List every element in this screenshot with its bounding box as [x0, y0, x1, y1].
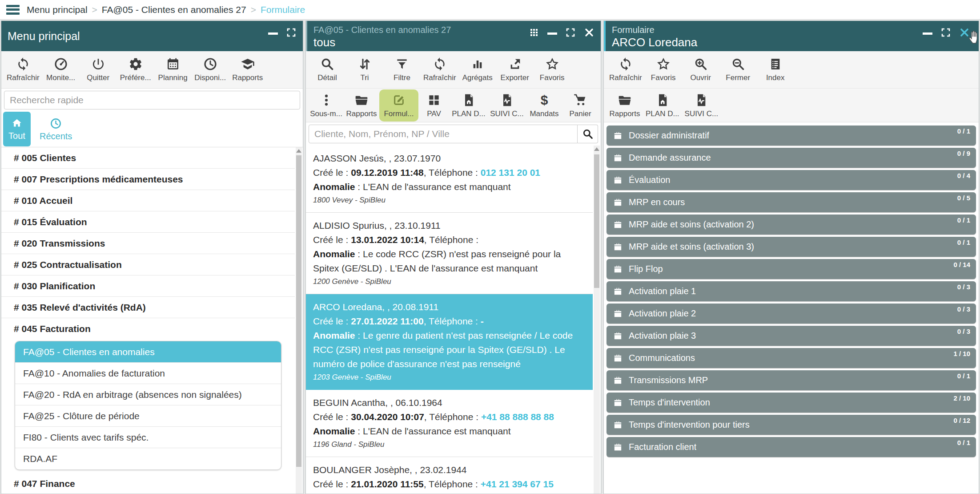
menu-icon[interactable] [6, 5, 20, 15]
scrollbar-thumb[interactable] [594, 154, 599, 288]
section-row[interactable]: Communications 1 / 10 [606, 348, 976, 368]
close-icon[interactable] [584, 27, 594, 38]
menu-item[interactable]: # 007 Prescriptions médicamenteuses [1, 169, 295, 190]
favorites-button[interactable]: Favoris [534, 54, 571, 86]
scrollbar[interactable] [594, 146, 600, 494]
detail-button[interactable]: Détail [309, 54, 346, 86]
refresh-button[interactable]: Rafraîchir [4, 54, 42, 86]
section-row[interactable]: Temps d'intervention pour tiers 0 / 12 [606, 415, 976, 435]
power-icon [91, 57, 105, 71]
submenu-item[interactable]: FA@20 - RdA en arbitrage (absences non s… [15, 384, 281, 405]
submenu-item[interactable]: FA@10 - Anomalies de facturation [15, 363, 281, 384]
planning-button[interactable]: Planning [154, 54, 192, 86]
submenu-item[interactable]: FA@25 - Clôture de période [15, 405, 281, 427]
refresh-button[interactable]: Rafraîchir [421, 54, 459, 86]
tab-recents[interactable]: Récents [40, 113, 72, 146]
availability-button[interactable]: Disponi... [192, 54, 229, 86]
section-row[interactable]: Activation plaie 3 0 / 3 [606, 326, 976, 346]
reports-button[interactable]: Rapports [229, 54, 266, 86]
minimize-icon[interactable] [923, 32, 932, 35]
section-row[interactable]: Évaluation 0 / 4 [606, 170, 976, 190]
plan-button[interactable]: PLAN D... [643, 89, 682, 121]
minimize-icon[interactable] [547, 32, 557, 35]
submenu-item[interactable]: FI80 - Clients avec tarifs spéc. [15, 427, 281, 448]
refresh-button[interactable]: Rafraîchir [606, 54, 645, 86]
menu-item-finance[interactable]: # 047 Finance [1, 473, 295, 494]
phone-link[interactable]: 012 131 20 01 [481, 167, 540, 178]
phone-link[interactable]: - [481, 316, 484, 326]
scroll-up-icon[interactable] [296, 149, 301, 153]
maximize-icon[interactable] [565, 27, 576, 38]
menu-item[interactable]: # 035 Relevé d'activités (RdA) [1, 297, 295, 318]
search-input[interactable] [4, 91, 300, 109]
form-button-highlighted[interactable]: Formul... [379, 89, 418, 121]
section-row[interactable]: Demande assurance 0 / 9 [606, 148, 976, 168]
list-item-selected[interactable]: ARCO Loredana, , 20.08.1911 Créé le : 27… [306, 294, 593, 390]
menu-item[interactable]: # 025 Contractualisation [1, 254, 295, 275]
submenu-button[interactable]: Sous-m... [309, 89, 344, 121]
maximize-icon[interactable] [286, 27, 297, 38]
menu-item[interactable]: # 020 Transmissions [1, 233, 295, 254]
section-row[interactable]: Activation plaie 2 0 / 3 [606, 304, 976, 324]
mandates-button[interactable]: $ Mandats [526, 89, 562, 121]
scrollbar[interactable] [296, 147, 302, 494]
section-row[interactable]: MRP aide et soins (activation 2) 0 / 1 [606, 215, 976, 235]
suivi-button[interactable]: SUIVI C... [682, 89, 721, 121]
section-row[interactable]: Dossier administratif 0 / 1 [606, 126, 976, 146]
list-item[interactable]: BOULANGER Josèphe, , 23.02.1944 Créé le … [306, 457, 593, 494]
breadcrumb-item[interactable]: FA@05 - Clientes en anomalies 27 [102, 4, 246, 15]
section-row[interactable]: Temps d'intervention 2 / 10 [606, 393, 976, 413]
menu-item[interactable]: # 030 Planification [1, 275, 295, 297]
quit-button[interactable]: Quitter [80, 54, 117, 86]
section-count: 0 / 4 [957, 172, 970, 179]
section-row[interactable]: Transmissions MRP 0 / 1 [606, 370, 976, 390]
phone-link[interactable]: +41 21 394 67 15 [481, 479, 554, 489]
open-button[interactable]: Ouvrir [682, 54, 719, 86]
sort-button[interactable]: Tri [346, 54, 383, 86]
menu-item[interactable]: # 015 Évaluation [1, 211, 295, 233]
suivi-button[interactable]: SUIVI C... [488, 89, 526, 121]
tab-tout[interactable]: Tout [3, 112, 31, 146]
button-label: Mandats [530, 109, 558, 118]
grid-view-icon[interactable] [529, 27, 539, 38]
index-button[interactable]: Index [757, 54, 794, 86]
list-item[interactable]: BEGUIN Acantha, , 06.10.1964 Créé le : 3… [306, 390, 593, 457]
reports-button[interactable]: Rapports [344, 89, 379, 121]
client-search-input[interactable] [309, 125, 578, 143]
menu-item[interactable]: # 010 Accueil [1, 190, 295, 211]
monitoring-button[interactable]: Monite... [42, 54, 80, 86]
favorites-button[interactable]: Favoris [645, 54, 682, 86]
aggregates-button[interactable]: Agrégats [459, 54, 496, 86]
section-row[interactable]: Flip Flop 0 / 14 [606, 259, 976, 279]
section-row[interactable]: MRP en cours 0 / 5 [606, 192, 976, 212]
phone-link[interactable]: +41 88 888 88 88 [481, 412, 554, 422]
section-label: Dossier administratif [629, 130, 709, 141]
menu-item-facturation[interactable]: # 045 Facturation [1, 318, 295, 340]
list-item[interactable]: AJASSON Jesús, , 23.07.1970 Créé le : 09… [306, 146, 593, 213]
menu-item[interactable]: # 005 Clientes [1, 147, 295, 169]
reports-button[interactable]: Rapports [606, 89, 643, 121]
filter-button[interactable]: Filtre [383, 54, 421, 86]
search-button[interactable] [578, 125, 598, 143]
submenu-item-selected[interactable]: FA@05 - Clientes en anomalies [15, 341, 281, 363]
maximize-icon[interactable] [940, 27, 951, 38]
section-row[interactable]: MRP aide et soins (activation 3) 0 / 1 [606, 237, 976, 257]
section-row[interactable]: Facturation client 0 / 1 [606, 437, 976, 457]
scroll-up-icon[interactable] [594, 147, 599, 151]
breadcrumb-item-current[interactable]: Formulaire [261, 4, 305, 15]
basket-button[interactable]: Panier [562, 89, 598, 121]
section-count: 0 / 3 [957, 283, 970, 291]
briefcase-icon [613, 197, 623, 207]
scrollbar-thumb[interactable] [296, 155, 301, 467]
minimize-icon[interactable] [268, 32, 278, 35]
list-item[interactable]: ALDISIO Spurius, , 23.10.1911 Créé le : … [306, 213, 593, 294]
close-form-button[interactable]: Fermer [719, 54, 757, 86]
button-label: PLAN D... [452, 109, 486, 118]
plan-button[interactable]: PLAN D... [450, 89, 488, 121]
export-button[interactable]: Exporter [496, 54, 534, 86]
submenu-item[interactable]: RDA.AF [15, 448, 281, 470]
preferences-button[interactable]: Préfére... [117, 54, 154, 86]
section-row[interactable]: Activation plaie 1 0 / 3 [606, 281, 976, 301]
pav-button[interactable]: PAV [418, 89, 450, 121]
breadcrumb-item[interactable]: Menu principal [27, 4, 88, 15]
